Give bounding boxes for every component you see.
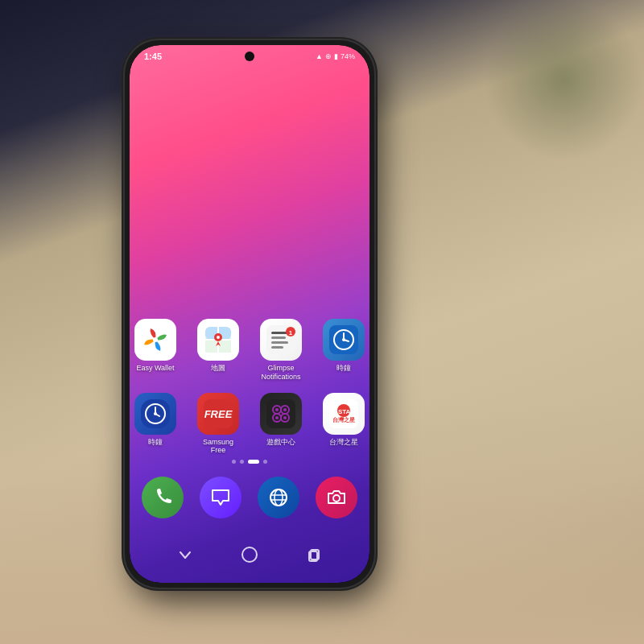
svg-point-49 <box>242 547 257 562</box>
svg-point-21 <box>342 338 345 341</box>
nav-bar <box>130 546 369 567</box>
dock-icon-phone[interactable] <box>142 477 184 518</box>
svg-text:T STAR: T STAR <box>332 408 356 415</box>
app-label-easy-wallet: Easy Wallet <box>136 364 174 373</box>
bottom-dock <box>130 477 369 518</box>
app-label-glimpse: Glimpse Notifications <box>258 364 304 382</box>
app-icon-game-center <box>260 393 302 435</box>
app-icon-samsung-free: FREE <box>197 393 239 435</box>
battery-percent: 74% <box>341 52 355 60</box>
camera-notch <box>245 52 254 61</box>
app-label-clock-blue: 時鐘 <box>336 364 351 373</box>
svg-point-42 <box>270 489 287 506</box>
svg-point-36 <box>275 416 279 419</box>
app-item-clock-dark[interactable]: 時鐘 <box>132 393 179 456</box>
wifi-icon: ⊕ <box>325 52 332 60</box>
svg-point-35 <box>283 408 287 411</box>
svg-text:FREE: FREE <box>204 408 233 420</box>
svg-point-46 <box>333 495 340 502</box>
app-item-game-center[interactable]: 遊戲中心 <box>258 393 304 456</box>
app-row-1: Easy Wallet <box>132 319 367 382</box>
scene: 1:45 ▲ ⊕ ▮ 74% <box>0 0 644 644</box>
svg-point-43 <box>275 489 283 506</box>
app-icon-easy-wallet <box>134 319 176 361</box>
page-indicators <box>130 460 369 464</box>
svg-line-48 <box>185 552 190 558</box>
svg-point-1 <box>153 337 158 342</box>
app-label-maps: 地圖 <box>211 364 225 373</box>
signal-icon: ▲ <box>316 52 323 60</box>
nav-back-button[interactable] <box>177 547 193 566</box>
app-item-glimpse[interactable]: 1 Glimpse Notifications <box>258 319 304 382</box>
app-icon-maps <box>197 319 239 361</box>
screen: 1:45 ▲ ⊕ ▮ 74% <box>130 45 369 583</box>
page-dot-4 <box>263 460 267 464</box>
svg-rect-14 <box>271 346 283 349</box>
svg-point-9 <box>217 336 220 339</box>
phone-inner: 1:45 ▲ ⊕ ▮ 74% <box>130 45 369 583</box>
app-icon-clock-blue <box>323 319 365 361</box>
app-item-clock-blue[interactable]: 時鐘 <box>320 319 367 382</box>
svg-line-47 <box>180 552 185 558</box>
app-icon-glimpse: 1 <box>260 319 302 361</box>
status-right: ▲ ⊕ ▮ 74% <box>316 52 355 60</box>
nav-home-button[interactable] <box>241 546 258 567</box>
env-top-right <box>483 0 644 161</box>
app-row-2: 時鐘 FREE Samsung Free <box>132 393 367 456</box>
status-time: 1:45 <box>144 52 162 61</box>
page-dot-3-active <box>248 460 259 464</box>
svg-point-26 <box>154 412 157 415</box>
app-label-taiwan-star: 台灣之星 <box>329 438 358 447</box>
app-item-samsung-free[interactable]: FREE Samsung Free <box>195 393 242 456</box>
dock-icon-browser[interactable] <box>258 477 299 518</box>
page-dot-1 <box>232 460 236 464</box>
dock-icon-messages[interactable] <box>200 477 242 518</box>
svg-rect-12 <box>271 336 286 339</box>
app-icon-taiwan-star: T STAR 台灣之星 <box>323 393 365 435</box>
svg-point-37 <box>283 416 287 419</box>
app-label-game-center: 遊戲中心 <box>266 438 295 447</box>
svg-rect-29 <box>266 399 295 428</box>
dock-icon-camera[interactable] <box>316 477 357 518</box>
app-grid: Easy Wallet <box>130 319 369 455</box>
app-item-taiwan-star[interactable]: T STAR 台灣之星 台灣之星 <box>320 393 367 456</box>
svg-text:1: 1 <box>289 329 293 336</box>
nav-recent-button[interactable] <box>306 547 322 566</box>
battery-icon: ▮ <box>334 52 338 60</box>
app-item-maps[interactable]: 地圖 <box>195 319 242 382</box>
page-dot-2 <box>240 460 244 464</box>
app-item-easy-wallet[interactable]: Easy Wallet <box>132 319 179 382</box>
phone: 1:45 ▲ ⊕ ▮ 74% <box>125 40 374 588</box>
svg-point-34 <box>275 408 279 411</box>
app-label-clock-dark: 時鐘 <box>148 438 163 447</box>
app-label-samsung-free: Samsung Free <box>195 438 242 456</box>
svg-text:台灣之星: 台灣之星 <box>332 416 355 423</box>
svg-rect-13 <box>271 341 288 344</box>
app-icon-clock-dark <box>134 393 176 435</box>
